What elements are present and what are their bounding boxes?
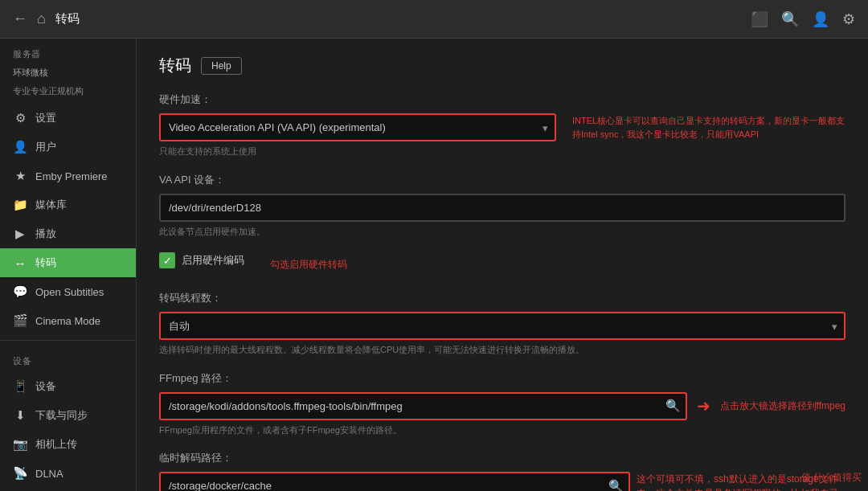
temp-path-input-wrapper: 🔍 bbox=[159, 472, 630, 491]
topbar-title: 转码 bbox=[55, 11, 80, 27]
hardware-accel-group: 硬件加速： Video Acceleration API (VA API) (e… bbox=[159, 92, 845, 158]
ffmpeg-path-group: FFmpeg 路径： 🔍 ➜ 点击放大镜选择路径到ffmpeg FFmpeg应用… bbox=[159, 371, 845, 437]
search-icon[interactable]: 🔍 bbox=[781, 10, 799, 28]
server-subtitle: 专业专业正规机构 bbox=[0, 85, 136, 104]
hw-encoding-label: 启用硬件编码 bbox=[182, 253, 244, 268]
content-area: 转码 Help 硬件加速： Video Acceleration API (VA… bbox=[137, 39, 868, 491]
help-button[interactable]: Help bbox=[201, 57, 242, 75]
sidebar-item-emby-label: Emby Premiere bbox=[35, 170, 108, 182]
sidebar-item-users-label: 用户 bbox=[35, 140, 56, 154]
hw-encoding-group: ✓ 启用硬件编码 勾选启用硬件转码 bbox=[159, 252, 845, 276]
sidebar-item-sync-label: 下载与同步 bbox=[35, 408, 88, 423]
ffmpeg-annotation: 点击放大镜选择路径到ffmpeg bbox=[720, 399, 845, 413]
sidebar-item-transcode[interactable]: ↔ 转码 bbox=[0, 248, 136, 277]
server-name: 环球微核 bbox=[0, 65, 136, 85]
ffmpeg-path-input-wrapper: 🔍 bbox=[159, 392, 687, 420]
thread-count-select[interactable]: 自动 bbox=[159, 312, 845, 340]
settings-icon[interactable]: ⚙ bbox=[842, 10, 855, 28]
page-title: 转码 bbox=[159, 55, 191, 76]
sync-sidebar-icon: ⬇ bbox=[13, 408, 27, 423]
dlna-sidebar-icon: 📡 bbox=[13, 466, 27, 481]
sidebar-item-dlna[interactable]: 📡 DLNA bbox=[0, 459, 136, 488]
play-sidebar-icon: ▶ bbox=[13, 227, 27, 241]
va-api-input[interactable] bbox=[159, 194, 845, 222]
hardware-accel-select-wrapper: Video Acceleration API (VA API) (experim… bbox=[159, 113, 556, 141]
main-layout: 服务器 环球微核 专业专业正规机构 ⚙ 设置 👤 用户 ★ Emby Premi… bbox=[0, 39, 868, 491]
user-icon[interactable]: 👤 bbox=[812, 10, 829, 28]
sidebar-item-transcode-label: 转码 bbox=[35, 256, 56, 270]
va-api-group: VA API 设备： 此设备节点启用硬件加速。 bbox=[159, 173, 845, 239]
folder-sidebar-icon: 📁 bbox=[13, 198, 27, 212]
star-sidebar-icon: ★ bbox=[13, 169, 27, 183]
sidebar-divider-1 bbox=[0, 340, 136, 341]
sidebar-item-sync[interactable]: ⬇ 下载与同步 bbox=[0, 401, 136, 430]
page-header: 转码 Help bbox=[159, 55, 845, 76]
ffmpeg-search-button[interactable]: 🔍 bbox=[665, 399, 681, 413]
device-sidebar-icon: 📱 bbox=[13, 379, 27, 394]
server-section-title: 服务器 bbox=[0, 39, 136, 65]
sidebar-item-dlna-label: DLNA bbox=[35, 468, 63, 480]
thread-count-select-wrapper: 自动 ▾ bbox=[159, 312, 845, 340]
ffmpeg-path-hint: FFmpeg应用程序的文件，或者含有子FFmpeg安装件的路径。 bbox=[159, 423, 845, 437]
sidebar-item-camera-label: 相机上传 bbox=[35, 437, 77, 452]
hardware-accel-label: 硬件加速： bbox=[159, 92, 845, 107]
back-icon[interactable]: ← bbox=[13, 10, 27, 27]
settings-sidebar-icon: ⚙ bbox=[13, 111, 27, 125]
temp-search-button[interactable]: 🔍 bbox=[608, 479, 624, 492]
sidebar-item-settings[interactable]: ⚙ 设置 bbox=[0, 104, 136, 133]
temp-path-group: 临时解码路径： 🔍 这个可填可不填，ssh默认进入的是storage文件夹，这个… bbox=[159, 451, 845, 491]
sidebar-item-media-library[interactable]: 📁 媒体库 bbox=[0, 190, 136, 219]
sidebar-item-settings-label: 设置 bbox=[35, 111, 56, 125]
thread-count-hint: 选择转码时使用的最大线程程数。减少线程数量将会降低CPU使用率，可能无法快速进行… bbox=[159, 343, 845, 357]
sidebar-item-subtitles-label: Open Subtitles bbox=[35, 286, 104, 298]
topbar-right: ⬛ 🔍 👤 ⚙ bbox=[751, 10, 855, 28]
temp-path-label: 临时解码路径： bbox=[159, 451, 845, 465]
topbar: ← ⌂ 转码 ⬛ 🔍 👤 ⚙ bbox=[0, 0, 868, 39]
ffmpeg-arrow-icon: ➜ bbox=[697, 396, 710, 415]
sidebar-item-playback-label: 播放 bbox=[35, 227, 56, 241]
users-sidebar-icon: 👤 bbox=[13, 140, 27, 154]
sidebar-item-users[interactable]: 👤 用户 bbox=[0, 133, 136, 162]
cinema-sidebar-icon: 🎬 bbox=[13, 313, 27, 328]
thread-count-group: 转码线程数： 自动 ▾ 选择转码时使用的最大线程程数。减少线程数量将会降低CPU… bbox=[159, 291, 845, 357]
device-section-title: 设备 bbox=[0, 346, 136, 372]
va-api-hint: 此设备节点启用硬件加速。 bbox=[159, 225, 845, 239]
transcode-sidebar-icon: ↔ bbox=[13, 256, 27, 270]
sidebar-item-emby-premiere[interactable]: ★ Emby Premiere bbox=[0, 162, 136, 190]
camera-sidebar-icon: 📷 bbox=[13, 437, 27, 452]
cast-icon[interactable]: ⬛ bbox=[751, 10, 768, 28]
subtitles-sidebar-icon: 💬 bbox=[13, 284, 27, 299]
watermark: 值 什么值得买 bbox=[801, 471, 862, 485]
hw-encoding-checkbox[interactable]: ✓ bbox=[159, 252, 175, 268]
topbar-left: ← ⌂ 转码 bbox=[13, 10, 80, 27]
hw-encoding-annotation: 勾选启用硬件转码 bbox=[270, 258, 347, 272]
hw-encoding-checkbox-row: ✓ 启用硬件编码 bbox=[159, 252, 244, 268]
sidebar: 服务器 环球微核 专业专业正规机构 ⚙ 设置 👤 用户 ★ Emby Premi… bbox=[0, 39, 137, 491]
hardware-accel-select[interactable]: Video Acceleration API (VA API) (experim… bbox=[159, 113, 556, 141]
ffmpeg-path-label: FFmpeg 路径： bbox=[159, 371, 845, 386]
sidebar-item-open-subtitles[interactable]: 💬 Open Subtitles bbox=[0, 277, 136, 306]
sidebar-item-devices-label: 设备 bbox=[35, 379, 56, 394]
sidebar-item-devices[interactable]: 📱 设备 bbox=[0, 372, 136, 401]
sidebar-item-media-label: 媒体库 bbox=[35, 198, 67, 212]
sidebar-item-cinema-label: Cinema Mode bbox=[35, 315, 100, 327]
ffmpeg-path-input[interactable] bbox=[159, 392, 687, 420]
sidebar-item-camera-upload[interactable]: 📷 相机上传 bbox=[0, 430, 136, 459]
sidebar-item-cinema-mode[interactable]: 🎬 Cinema Mode bbox=[0, 306, 136, 335]
temp-path-input[interactable] bbox=[159, 472, 630, 491]
va-api-label: VA API 设备： bbox=[159, 173, 845, 187]
thread-count-label: 转码线程数： bbox=[159, 291, 845, 305]
hardware-accel-annotation: INTEL核心显卡可以查询自己显卡支持的转码方案，新的显卡一般都支持Intel … bbox=[572, 116, 845, 139]
sidebar-item-playback[interactable]: ▶ 播放 bbox=[0, 219, 136, 248]
home-icon[interactable]: ⌂ bbox=[37, 10, 46, 27]
hardware-accel-hint: 只能在支持的系统上使用 bbox=[159, 145, 845, 158]
